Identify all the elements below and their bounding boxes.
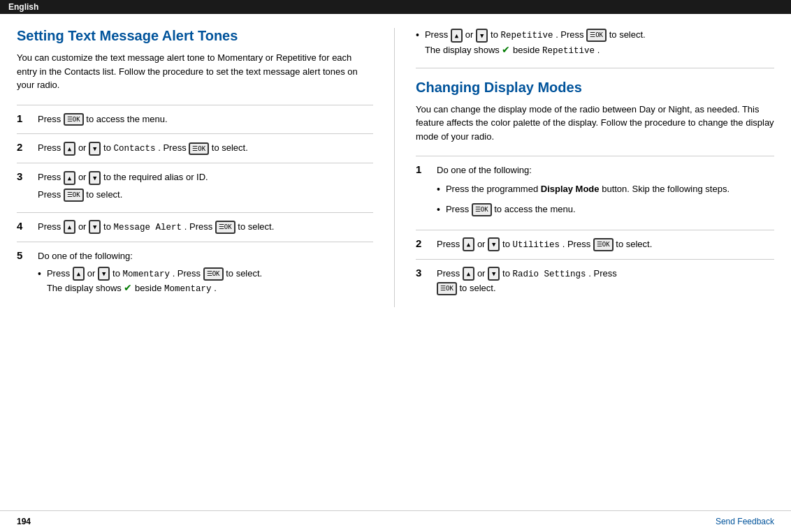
display-mode-bold: Display Mode bbox=[541, 184, 600, 194]
step-2: 2 Press or to Contacts . Press ☰OK to se… bbox=[17, 133, 373, 163]
right-step-2: 2 Press or to Utilities . Press ☰OK to s… bbox=[416, 230, 774, 259]
arrow-down-icon-s4 bbox=[89, 220, 101, 234]
top-bar-label: English bbox=[8, 2, 38, 12]
step-5-bullet-1-content: Press or to Momentary . Press ☰OK to sel… bbox=[47, 267, 262, 297]
step-5-bullet-1-beside-code: Momentary bbox=[164, 284, 212, 294]
step-5-bullet-2-code: Repetitive bbox=[500, 31, 553, 40]
step-5-bullet-2-beside-code: Repetitive bbox=[542, 46, 595, 56]
step-4: 4 Press or to Message Alert . Press ☰OK … bbox=[17, 212, 373, 242]
step-1-press: Press bbox=[38, 114, 64, 124]
step-1-content: Press ☰OK to access the menu. bbox=[38, 112, 168, 127]
arrow-down-icon-s2 bbox=[89, 142, 101, 156]
right-step-3: 3 Press or to Radio Settings . Press ☰OK… bbox=[416, 259, 774, 303]
right-step-3-content: Press or to Radio Settings . Press ☰OK t… bbox=[437, 267, 617, 296]
step-5-right-bullets: Press or to Repetitive . Press ☰OK to se… bbox=[416, 28, 774, 58]
arrow-up-icon-s2 bbox=[64, 142, 75, 156]
right-step-1-intro: Do one of the following: bbox=[437, 163, 730, 178]
step-5-number: 5 bbox=[17, 249, 29, 261]
step-2-ok-icon: ☰OK bbox=[189, 142, 209, 156]
checkmark-2: ✔ bbox=[502, 44, 510, 55]
content-wrapper: Setting Text Message Alert Tones You can… bbox=[0, 14, 791, 314]
arrow-up-icon-s5b1 bbox=[73, 267, 85, 281]
step-5-bullet-list: Press or to Momentary . Press ☰OK to sel… bbox=[38, 267, 262, 297]
arrow-down-icon-s5b1 bbox=[98, 267, 110, 281]
right-step-1-bullet-1: Press the programmed Display Mode button… bbox=[437, 182, 730, 197]
right-step-3-number: 3 bbox=[416, 267, 428, 279]
arrow-up-icon-s5b2 bbox=[451, 29, 463, 43]
step-3-number: 3 bbox=[17, 170, 29, 182]
step-5-bullet-1-code: Momentary bbox=[122, 269, 170, 279]
step-3-ok-icon: ☰OK bbox=[64, 189, 84, 202]
right-intro-text: You can change the display mode of the r… bbox=[416, 103, 774, 144]
arrow-up-icon-rs2 bbox=[463, 237, 474, 251]
step-2-press2: . Press bbox=[158, 142, 189, 153]
step-2-to-select: to select. bbox=[212, 142, 248, 153]
arrow-up-icon-rs3 bbox=[463, 267, 474, 281]
arrow-down-icon-rs3 bbox=[488, 267, 500, 281]
step-2-content: Press or to Contacts . Press ☰OK to sele… bbox=[38, 141, 248, 156]
right-step-1-content: Do one of the following: Press the progr… bbox=[437, 163, 730, 223]
step-5-bullet-1-ok-icon: ☰OK bbox=[203, 267, 224, 281]
step-5-intro: Do one of the following: bbox=[38, 249, 262, 264]
right-step-1-ok-icon: ☰OK bbox=[472, 203, 492, 216]
step-1-number: 1 bbox=[17, 112, 29, 124]
step-2-press1: Press bbox=[38, 142, 64, 153]
right-step-3-ok-icon: ☰OK bbox=[437, 282, 457, 295]
left-column: Setting Text Message Alert Tones You can… bbox=[17, 28, 373, 307]
arrow-down-icon-s5b2 bbox=[476, 29, 488, 43]
step-2-code: Contacts bbox=[114, 144, 156, 154]
step-5-bullet-2-ok-icon: ☰OK bbox=[586, 29, 607, 42]
arrow-up-icon-s4 bbox=[64, 220, 75, 234]
right-step-1-bullet-1-content: Press the programmed Display Mode button… bbox=[446, 182, 730, 196]
right-column: Press or to Repetitive . Press ☰OK to se… bbox=[394, 28, 774, 307]
step-2-to: to bbox=[103, 142, 113, 153]
step-4-number: 4 bbox=[17, 220, 29, 232]
step-3-line2: Press ☰OK to select. bbox=[38, 188, 208, 202]
right-step-1: 1 Do one of the following: Press the pro… bbox=[416, 156, 774, 230]
right-step-2-code: Utilities bbox=[513, 240, 560, 250]
arrow-up-icon-s3 bbox=[64, 171, 75, 185]
footer-page-number: 194 bbox=[17, 517, 31, 526]
step-5-bullet-2: Press or to Repetitive . Press ☰OK to se… bbox=[416, 28, 774, 58]
step-5-bullet-2-content: Press or to Repetitive . Press ☰OK to se… bbox=[425, 28, 774, 58]
step-3: 3 Press or to the required alias or ID. … bbox=[17, 163, 373, 212]
right-step-2-ok-icon: ☰OK bbox=[593, 238, 614, 251]
step-5-content: Do one of the following: Press or to Mom… bbox=[38, 249, 262, 300]
left-section-title: Setting Text Message Alert Tones bbox=[17, 28, 373, 44]
right-step-1-bullet-2-content: Press ☰OK to access the menu. bbox=[446, 202, 730, 216]
step-4-code: Message Alert bbox=[114, 223, 182, 232]
right-step-1-bullet-2: Press ☰OK to access the menu. bbox=[437, 202, 730, 217]
right-step-1-number: 1 bbox=[416, 163, 428, 175]
step-1-ok-button-icon: ☰OK bbox=[64, 113, 84, 126]
right-step-2-content: Press or to Utilities . Press ☰OK to sel… bbox=[437, 237, 652, 252]
step-4-content: Press or to Message Alert . Press ☰OK to… bbox=[38, 220, 274, 235]
footer: 194 Send Feedback bbox=[0, 510, 791, 532]
right-step-2-number: 2 bbox=[416, 237, 428, 249]
checkmark-1: ✔ bbox=[124, 282, 132, 293]
step-3-content: Press or to the required alias or ID. Pr… bbox=[38, 170, 208, 205]
left-intro-text: You can customize the text message alert… bbox=[17, 51, 373, 92]
right-section-title: Changing Display Modes bbox=[416, 80, 774, 96]
arrow-down-icon-s3 bbox=[89, 171, 101, 185]
step-4-ok-icon: ☰OK bbox=[215, 221, 235, 234]
step-1: 1 Press ☰OK to access the menu. bbox=[17, 105, 373, 134]
step-2-number: 2 bbox=[17, 141, 29, 153]
step-5: 5 Do one of the following: Press or to M… bbox=[17, 242, 373, 307]
top-bar: English bbox=[0, 0, 791, 14]
step-5-bullet-1: Press or to Momentary . Press ☰OK to sel… bbox=[38, 267, 262, 297]
right-step-3-code: Radio Settings bbox=[513, 269, 586, 279]
right-step-1-bullets: Press the programmed Display Mode button… bbox=[437, 182, 730, 217]
step-3-line1: Press or to the required alias or ID. bbox=[38, 170, 208, 185]
step-1-rest: to access the menu. bbox=[86, 114, 167, 124]
arrow-down-icon-rs2 bbox=[488, 237, 500, 251]
send-feedback-link[interactable]: Send Feedback bbox=[716, 517, 774, 526]
step-2-or: or bbox=[78, 142, 89, 153]
